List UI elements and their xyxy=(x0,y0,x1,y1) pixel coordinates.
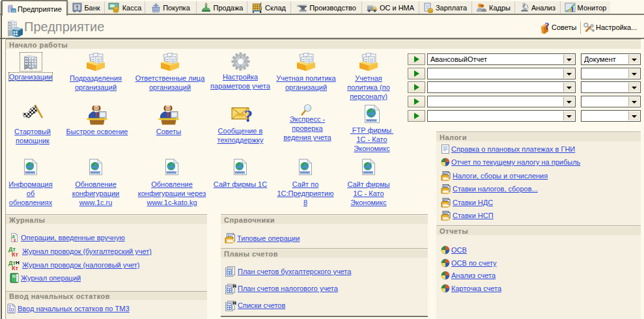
svg-text:www: www xyxy=(234,170,245,174)
svg-text:www: www xyxy=(166,170,177,174)
svg-text:www: www xyxy=(363,170,374,174)
svg-text:www: www xyxy=(25,170,36,174)
svg-text:www: www xyxy=(90,170,101,174)
svg-text:www: www xyxy=(365,117,377,123)
svg-text:Кт: Кт xyxy=(12,265,18,271)
svg-text:?: ? xyxy=(244,107,252,125)
svg-text:?: ? xyxy=(545,22,550,31)
svg-text:Кт: Кт xyxy=(12,251,18,257)
svg-text:Н: Н xyxy=(233,283,236,289)
svg-text:Н: Н xyxy=(233,300,236,306)
svg-text:www: www xyxy=(300,170,311,174)
